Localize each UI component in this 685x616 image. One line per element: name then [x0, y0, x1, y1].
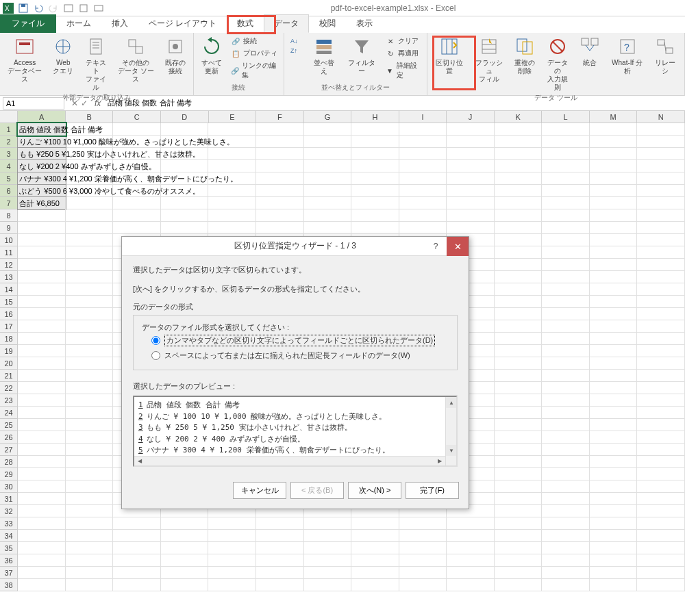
- cell[interactable]: [66, 407, 114, 419]
- row-header[interactable]: 15: [0, 296, 18, 308]
- cell[interactable]: [542, 296, 590, 308]
- cell[interactable]: [495, 480, 543, 493]
- properties-button[interactable]: 📋プロパティ: [229, 48, 279, 59]
- cell[interactable]: [351, 160, 399, 172]
- cell[interactable]: [637, 382, 685, 394]
- cell[interactable]: [66, 308, 114, 320]
- scroll-down-icon[interactable]: ▼: [446, 445, 457, 456]
- cell[interactable]: [495, 567, 543, 579]
- cell[interactable]: [590, 172, 638, 185]
- whatif-button[interactable]: ?What-If 分析: [608, 34, 646, 77]
- cell[interactable]: [590, 407, 638, 419]
- row-header[interactable]: 33: [0, 517, 18, 530]
- cell[interactable]: [447, 554, 495, 567]
- cell[interactable]: [256, 542, 304, 554]
- cell[interactable]: [66, 468, 114, 480]
- scroll-up-icon[interactable]: ▲: [446, 397, 457, 408]
- cell[interactable]: [447, 530, 495, 542]
- cell[interactable]: [542, 308, 590, 320]
- row-header[interactable]: 23: [0, 394, 18, 407]
- cell[interactable]: [18, 234, 66, 246]
- cell[interactable]: [256, 123, 304, 136]
- cell[interactable]: [590, 567, 638, 579]
- cell[interactable]: [66, 530, 114, 542]
- cell[interactable]: [637, 579, 685, 591]
- cell[interactable]: [66, 283, 114, 296]
- cell[interactable]: [399, 209, 447, 222]
- cell[interactable]: [161, 197, 209, 209]
- cell[interactable]: [351, 148, 399, 160]
- column-header[interactable]: F: [256, 111, 304, 123]
- cell[interactable]: [351, 185, 399, 197]
- cell[interactable]: [18, 517, 66, 530]
- cell[interactable]: [66, 431, 114, 444]
- cell[interactable]: [495, 554, 543, 567]
- connections-button[interactable]: 🔗接続: [229, 36, 279, 47]
- cell[interactable]: [18, 370, 66, 382]
- cell[interactable]: [542, 259, 590, 271]
- cell[interactable]: [447, 123, 495, 136]
- cell[interactable]: [590, 419, 638, 431]
- cell[interactable]: [495, 234, 543, 246]
- cell[interactable]: [495, 493, 543, 505]
- cell[interactable]: [495, 444, 543, 456]
- cell[interactable]: [66, 517, 114, 530]
- cell[interactable]: [351, 123, 399, 136]
- cell[interactable]: [495, 308, 543, 320]
- cell[interactable]: [18, 493, 66, 505]
- cell[interactable]: [542, 468, 590, 480]
- cell[interactable]: [113, 209, 161, 222]
- cell[interactable]: [351, 222, 399, 234]
- cell[interactable]: [542, 407, 590, 419]
- cell[interactable]: [66, 567, 114, 579]
- column-header[interactable]: I: [399, 111, 447, 123]
- cell[interactable]: [66, 234, 114, 246]
- row-header[interactable]: 2: [0, 136, 18, 148]
- cell[interactable]: [304, 554, 352, 567]
- cell[interactable]: [304, 185, 352, 197]
- cell[interactable]: [542, 148, 590, 160]
- cell[interactable]: [542, 160, 590, 172]
- cell[interactable]: [447, 160, 495, 172]
- cell[interactable]: [495, 222, 543, 234]
- tab-data[interactable]: データ: [264, 14, 309, 33]
- cell[interactable]: 品物 値段 個数 合計 備考: [18, 123, 66, 136]
- cell[interactable]: [542, 554, 590, 567]
- row-header[interactable]: 34: [0, 530, 18, 542]
- cell[interactable]: [590, 345, 638, 357]
- cell[interactable]: [399, 160, 447, 172]
- cell[interactable]: [447, 197, 495, 209]
- cell[interactable]: [161, 542, 209, 554]
- cell[interactable]: [590, 197, 638, 209]
- cell[interactable]: [399, 222, 447, 234]
- row-header[interactable]: 26: [0, 431, 18, 444]
- cell[interactable]: [590, 136, 638, 148]
- cell[interactable]: 合計 ¥6,850: [18, 197, 66, 209]
- from-text-button[interactable]: テキスト ファイル: [81, 34, 110, 93]
- cell[interactable]: [113, 567, 161, 579]
- cell[interactable]: [495, 185, 543, 197]
- cell[interactable]: [256, 554, 304, 567]
- cell[interactable]: [637, 234, 685, 246]
- cell[interactable]: [18, 444, 66, 456]
- cell[interactable]: [637, 419, 685, 431]
- cell[interactable]: [18, 468, 66, 480]
- cell[interactable]: [399, 197, 447, 209]
- cell[interactable]: [590, 444, 638, 456]
- row-header[interactable]: 12: [0, 259, 18, 271]
- column-header[interactable]: M: [590, 111, 638, 123]
- cell[interactable]: [399, 530, 447, 542]
- cell[interactable]: [18, 554, 66, 567]
- cell[interactable]: [542, 530, 590, 542]
- consolidate-button[interactable]: 統合: [576, 34, 603, 68]
- cell[interactable]: [542, 382, 590, 394]
- cell[interactable]: [113, 197, 161, 209]
- enter-icon[interactable]: ✓: [81, 99, 88, 108]
- cell[interactable]: [161, 579, 209, 591]
- tab-insert[interactable]: 挿入: [101, 14, 138, 33]
- cell[interactable]: [161, 517, 209, 530]
- row-header[interactable]: 21: [0, 370, 18, 382]
- cell[interactable]: [256, 222, 304, 234]
- row-header[interactable]: 20: [0, 357, 18, 370]
- cell[interactable]: [113, 554, 161, 567]
